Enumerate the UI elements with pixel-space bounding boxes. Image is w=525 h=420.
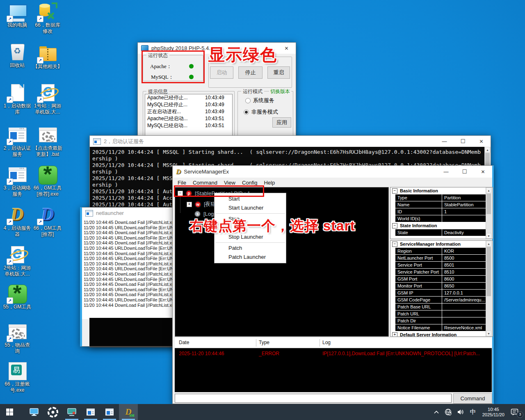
tray-ime-indicator[interactable]: 中: [468, 404, 478, 420]
restart-button[interactable]: 重启: [267, 66, 290, 79]
maximize-icon[interactable]: ☐: [454, 136, 472, 147]
info-listbox[interactable]: Apache已经停止...10:43:49 MySQL已经停止...10:43:…: [145, 94, 233, 138]
property-row-type[interactable]: TypePartition: [395, 194, 486, 201]
close-icon[interactable]: ✕: [472, 136, 491, 147]
taskbar-settings-button[interactable]: [43, 404, 62, 420]
close-icon[interactable]: ✕: [474, 166, 492, 178]
scroll-up-icon[interactable]: [486, 241, 491, 247]
property-row-patch-dir[interactable]: Patch Dir: [395, 317, 486, 324]
property-row-worldids[interactable]: World ID(s): [395, 215, 486, 222]
desktop-icon-gm-tool-2[interactable]: 66，GM工具[推荐]: [33, 205, 62, 237]
tray-network-icon[interactable]: [443, 404, 454, 420]
property-row-gsm-ip[interactable]: GSM IP127.0.0.1: [395, 290, 486, 296]
maximize-icon[interactable]: ☐: [455, 166, 474, 178]
log-col-type[interactable]: Type: [259, 340, 269, 345]
scrollbar-thumb[interactable]: [486, 247, 491, 296]
smx-log-table-header: Date Type Log: [175, 338, 492, 348]
radio-on-icon: [244, 110, 249, 115]
taskbar-phpstudy-button[interactable]: [62, 404, 81, 420]
property-row-state[interactable]: StateDeactivity: [395, 229, 486, 236]
desktop-icon-gm-tool-55[interactable]: 55，GM工具: [2, 284, 32, 310]
expand-icon[interactable]: +: [187, 202, 192, 207]
desktop-icon-register-account[interactable]: 66，注册账号.exe: [2, 361, 32, 393]
state-info-header[interactable]: − State Information: [390, 222, 486, 229]
collapse-icon[interactable]: −: [392, 223, 397, 228]
tray-clock[interactable]: 10:45 2025/11/20: [480, 407, 507, 418]
context-menu-start-launcher[interactable]: Start Launcher: [215, 203, 286, 212]
log-col-log[interactable]: Log: [322, 340, 331, 345]
default-server-info-header[interactable]: + Default Server Information: [390, 331, 486, 337]
scroll-down-icon[interactable]: [486, 331, 491, 336]
scrollbar-thumb[interactable]: [486, 194, 491, 214]
start-button[interactable]: 启动: [210, 66, 233, 79]
desktop-icon-item-query[interactable]: 55，物品查询: [2, 322, 32, 354]
desktop-icon-site2[interactable]: 2号站：网游单机版.大...: [2, 245, 32, 277]
property-row-service-port[interactable]: Service Port8501: [395, 262, 486, 268]
gm-tool-green-icon: [38, 165, 57, 184]
taskbar-servicemanagerex-button[interactable]: DSM: [119, 404, 138, 420]
desktop-icon-db-modify[interactable]: 66，数据库修改: [33, 2, 62, 34]
servicemanager-info-header[interactable]: − ServiceManager Information: [390, 241, 486, 247]
desktop-icon-my-computer[interactable]: 我的电脑: [2, 2, 32, 28]
shortcut-arrow-icon: [37, 57, 43, 64]
property-row-patch-base-url[interactable]: Patch Base URL: [395, 304, 486, 310]
property-row-netlauncher-port[interactable]: NetLauncher Port8500: [395, 255, 486, 261]
tray-chevron-up-icon[interactable]: [432, 404, 441, 420]
basic-info-header[interactable]: − Basic Information: [390, 187, 486, 194]
sm-panel-scrollbar[interactable]: [486, 241, 493, 336]
context-menu-patch[interactable]: Patch: [215, 244, 286, 253]
property-row-region[interactable]: RegionKOR: [395, 248, 486, 254]
property-row-name[interactable]: NameStablePartition: [395, 201, 486, 208]
collapse-icon[interactable]: −: [392, 188, 397, 194]
auth-console-titlebar[interactable]: 2，启动认证服务: [90, 136, 491, 147]
property-row-service-patcher-port[interactable]: Service Patcher Port8510: [395, 269, 486, 275]
command-button[interactable]: Command: [453, 393, 492, 404]
close-icon[interactable]: ✕: [277, 43, 296, 54]
desktop-icon-start-auth-service[interactable]: 2，启动认证服务: [2, 126, 32, 158]
desktop-icon-start-network-service[interactable]: 3，启动网络服务: [2, 165, 32, 197]
stop-button[interactable]: 停止: [238, 66, 262, 79]
column-divider[interactable]: [320, 339, 320, 347]
scroll-up-icon[interactable]: [486, 187, 491, 193]
desktop-icon-other-related[interactable]: 【其他相关】: [33, 44, 62, 70]
command-input[interactable]: [175, 394, 452, 403]
start-button[interactable]: [0, 404, 19, 420]
collapse-icon[interactable]: −: [392, 242, 397, 247]
taskbar-console1-button[interactable]: [81, 404, 100, 420]
non-service-mode-radio[interactable]: 非服务模式: [244, 108, 278, 116]
property-row-gsm-port[interactable]: GSM Port8600: [395, 276, 486, 282]
gear-icon: [48, 407, 58, 418]
scroll-down-icon[interactable]: [486, 233, 491, 239]
expand-icon[interactable]: +: [392, 332, 397, 337]
switch-version-link[interactable]: 切换版本: [269, 88, 291, 95]
property-row-gsm-codepage[interactable]: GSM CodePage/Server/adminrequ...: [395, 297, 486, 303]
minimize-icon[interactable]: —: [437, 166, 455, 178]
desktop-icon-start-server[interactable]: 4，启动服务器: [2, 205, 32, 237]
desktop-icon-gm-tool-exe[interactable]: 66，GM工具[推荐].exe: [33, 165, 62, 197]
property-row-id[interactable]: ID1: [395, 208, 486, 215]
scroll-up-icon[interactable]: [485, 147, 490, 153]
taskbar-explorer-button[interactable]: [25, 404, 43, 420]
tray-notification-icon[interactable]: 3: [509, 404, 523, 420]
property-row-patch-url[interactable]: Patch URL: [395, 310, 486, 317]
desktop-icon-recycle-bin[interactable]: 回收站: [2, 43, 32, 68]
shortcut-arrow-icon: [7, 297, 13, 304]
tray-volume-icon[interactable]: [455, 404, 466, 420]
minimize-icon[interactable]: —: [435, 136, 454, 147]
context-menu-patch-launcher[interactable]: Patch Launcher: [215, 253, 286, 262]
property-row-notice-filename[interactable]: Notice FilenameReserveNotice.xml: [395, 324, 486, 331]
desktop-icon-start-database[interactable]: 1，启动数据库: [2, 83, 32, 115]
shortcut-arrow-icon: [37, 96, 43, 103]
phpstudy-icon: [67, 408, 77, 416]
apply-button[interactable]: 应用: [272, 117, 291, 128]
property-row-monitor-port[interactable]: Monitor Port8650: [395, 283, 486, 289]
desktop-icon-site1[interactable]: 1号站：网游单机版.大...: [33, 83, 62, 115]
column-divider[interactable]: [256, 339, 256, 347]
taskbar-console2-button[interactable]: [100, 404, 119, 420]
basic-panel-scrollbar[interactable]: [486, 187, 493, 239]
desktop-icon-check-update-bat[interactable]: 【点击查最新更新】.bat: [33, 126, 62, 158]
log-col-date[interactable]: Date: [179, 340, 189, 345]
tree-item-world[interactable]: + w [夜猫]: [187, 201, 217, 208]
console-window-icon: [86, 408, 96, 416]
system-service-radio[interactable]: 系统服务: [245, 97, 274, 104]
